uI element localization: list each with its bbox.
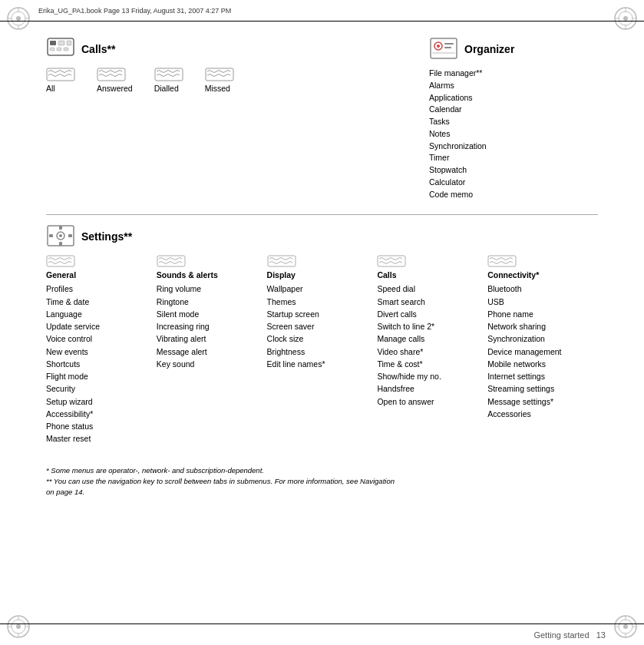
svg-rect-34 — [64, 48, 68, 51]
organizer-item: Code memo — [429, 189, 598, 201]
svg-rect-43 — [444, 47, 451, 48]
bottom-page: 13 — [596, 630, 606, 640]
settings-col-list: WallpaperThemesStartup screenScreen save… — [267, 283, 378, 370]
organizer-icon — [429, 35, 458, 63]
main-content: Calls** All — [0, 22, 644, 624]
settings-title: Settings** — [81, 230, 132, 243]
footnote-line1: * Some menus are operator-, network- and… — [46, 465, 598, 476]
settings-col-icon — [267, 255, 378, 267]
settings-item: Key sound — [157, 358, 267, 370]
settings-item: Accessories — [487, 408, 598, 420]
settings-item: Ringtone — [157, 296, 267, 308]
settings-icon — [46, 223, 75, 250]
bottom-bar: Getting started 13 — [0, 624, 644, 645]
svg-rect-33 — [57, 48, 61, 51]
settings-column: Connectivity*BluetoothUSBPhone nameNetwo… — [487, 255, 598, 445]
svg-rect-30 — [58, 41, 64, 45]
settings-item: Setup wizard — [46, 395, 157, 408]
svg-rect-50 — [49, 234, 53, 237]
settings-col-title: General — [46, 270, 157, 280]
svg-rect-44 — [432, 52, 455, 54]
settings-col-list: Speed dialSmart searchDivert callsSwitch… — [377, 283, 487, 408]
settings-columns: GeneralProfilesTime & dateLanguageUpdate… — [46, 255, 598, 445]
settings-item: Internet settings — [487, 370, 598, 382]
svg-rect-49 — [59, 242, 62, 246]
tab-dialled-label: Dialled — [154, 84, 179, 93]
settings-item: Clock size — [267, 332, 378, 345]
settings-item: Profiles — [46, 283, 157, 295]
settings-col-icon — [377, 255, 487, 267]
svg-rect-31 — [67, 41, 71, 45]
organizer-title: Organizer — [464, 43, 514, 55]
settings-col-list: BluetoothUSBPhone nameNetwork sharingSyn… — [487, 283, 598, 420]
settings-item: Flight mode — [46, 370, 157, 382]
settings-column: CallsSpeed dialSmart searchDivert callsS… — [377, 255, 487, 445]
organizer-item: File manager** — [429, 68, 598, 80]
settings-col-title: Calls — [377, 270, 487, 280]
settings-item: Accessibility* — [46, 408, 157, 420]
svg-rect-42 — [444, 43, 454, 45]
svg-rect-53 — [157, 256, 185, 266]
settings-item: Screen saver — [267, 320, 378, 332]
tab-missed-label: Missed — [205, 84, 230, 93]
bottom-label: Getting started — [533, 630, 589, 640]
calls-tab-missed[interactable]: Missed — [205, 68, 234, 93]
settings-col-icon — [46, 255, 157, 267]
settings-item: Shortcuts — [46, 358, 157, 370]
settings-item: Mobile networks — [487, 358, 598, 370]
svg-rect-52 — [47, 256, 74, 266]
settings-item: Wallpaper — [267, 283, 378, 295]
settings-item: Voice control — [46, 332, 157, 345]
organizer-item: Tasks — [429, 116, 598, 128]
calls-tabs: All Answered Dialled — [46, 68, 406, 93]
settings-col-icon — [157, 255, 267, 267]
organizer-item: Timer — [429, 152, 598, 164]
tab-all-label: All — [46, 84, 55, 93]
tab-answered-label: Answered — [97, 84, 133, 93]
settings-column: GeneralProfilesTime & dateLanguageUpdate… — [46, 255, 157, 445]
settings-item: Silent mode — [157, 308, 267, 320]
calls-icon — [46, 35, 75, 63]
top-bar-text: Erika_UG_PA1.book Page 13 Friday, August… — [38, 7, 231, 15]
organizer-list: File manager**AlarmsApplicationsCalendar… — [429, 68, 598, 200]
calls-tab-dialled[interactable]: Dialled — [154, 68, 183, 93]
settings-item: Time & cost* — [377, 358, 487, 370]
svg-rect-32 — [50, 48, 54, 51]
organizer-item: Calculator — [429, 177, 598, 189]
settings-item: Show/hide my no. — [377, 370, 487, 382]
svg-point-47 — [59, 234, 62, 237]
svg-rect-56 — [488, 256, 516, 266]
settings-item: Network sharing — [487, 320, 598, 332]
settings-col-title: Connectivity* — [487, 270, 598, 280]
settings-column: DisplayWallpaperThemesStartup screenScre… — [267, 255, 378, 445]
settings-item: Time & date — [46, 296, 157, 308]
settings-item: Open to answer — [377, 395, 487, 408]
calls-left: Calls** All — [46, 35, 406, 96]
top-bar: Erika_UG_PA1.book Page 13 Friday, August… — [0, 0, 644, 22]
organizer-header: Organizer — [429, 35, 598, 63]
settings-item: Startup screen — [267, 308, 378, 320]
settings-item: USB — [487, 296, 598, 308]
svg-rect-51 — [68, 234, 72, 237]
settings-item: Phone name — [487, 308, 598, 320]
settings-item: Speed dial — [377, 283, 487, 295]
settings-item: Vibrating alert — [157, 332, 267, 345]
settings-item: Smart search — [377, 296, 487, 308]
calls-tab-answered[interactable]: Answered — [97, 68, 133, 93]
svg-rect-55 — [378, 256, 405, 266]
settings-section: Settings** GeneralProfilesTime & dateLan… — [46, 223, 598, 445]
settings-col-list: Ring volumeRingtoneSilent modeIncreasing… — [157, 283, 267, 370]
calls-tab-all[interactable]: All — [46, 68, 75, 93]
divider — [46, 214, 598, 215]
organizer-item: Stopwatch — [429, 164, 598, 177]
svg-rect-54 — [268, 256, 296, 266]
settings-item: Themes — [267, 296, 378, 308]
organizer-section: Organizer File manager**AlarmsApplicatio… — [429, 35, 598, 200]
footnote-line2: ** You can use the navigation key to scr… — [46, 476, 598, 487]
settings-item: Edit line names* — [267, 358, 378, 370]
footnotes: * Some menus are operator-, network- and… — [46, 465, 598, 498]
settings-item: Language — [46, 308, 157, 320]
settings-item: Phone status — [46, 420, 157, 432]
settings-item: Ring volume — [157, 283, 267, 295]
settings-item: Streaming settings — [487, 382, 598, 395]
